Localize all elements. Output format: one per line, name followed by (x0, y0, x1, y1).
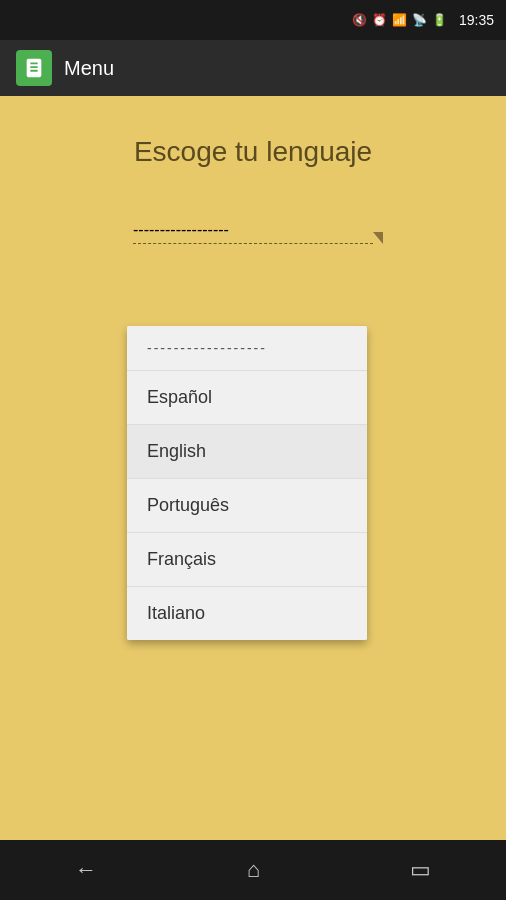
wifi-icon: 📶 (392, 13, 407, 27)
dropdown-trigger-text: ------------------ (133, 221, 229, 239)
main-content: Escoge tu lenguaje ------------------ --… (0, 96, 506, 840)
home-button[interactable]: ⌂ (227, 847, 280, 893)
dropdown-trigger-line: ------------------ (133, 221, 373, 244)
app-bar: Menu (0, 40, 506, 96)
language-dropdown-menu: ------------------ Español English Portu… (127, 326, 367, 640)
dropdown-item-english[interactable]: English (127, 425, 367, 479)
app-bar-title: Menu (64, 57, 114, 80)
dropdown-item-espanol[interactable]: Español (127, 371, 367, 425)
page-title: Escoge tu lenguaje (134, 136, 372, 168)
dropdown-item-portugues[interactable]: Português (127, 479, 367, 533)
status-time: 19:35 (459, 12, 494, 28)
back-button[interactable]: ← (55, 847, 117, 893)
battery-icon: 🔋 (432, 13, 447, 27)
status-icons: 🔇 ⏰ 📶 📡 🔋 (352, 13, 447, 27)
dropdown-item-francais[interactable]: Français (127, 533, 367, 587)
app-icon (16, 50, 52, 86)
alarm-icon: ⏰ (372, 13, 387, 27)
mute-icon: 🔇 (352, 13, 367, 27)
signal-icon: 📡 (412, 13, 427, 27)
dropdown-item-italiano[interactable]: Italiano (127, 587, 367, 640)
language-dropdown-trigger[interactable]: ------------------ (133, 208, 373, 244)
recent-apps-button[interactable]: ▭ (390, 847, 451, 893)
status-bar: 🔇 ⏰ 📶 📡 🔋 19:35 (0, 0, 506, 40)
dropdown-item-dashes[interactable]: ------------------ (127, 326, 367, 371)
dropdown-arrow-icon (373, 232, 383, 244)
bottom-nav: ← ⌂ ▭ (0, 840, 506, 900)
